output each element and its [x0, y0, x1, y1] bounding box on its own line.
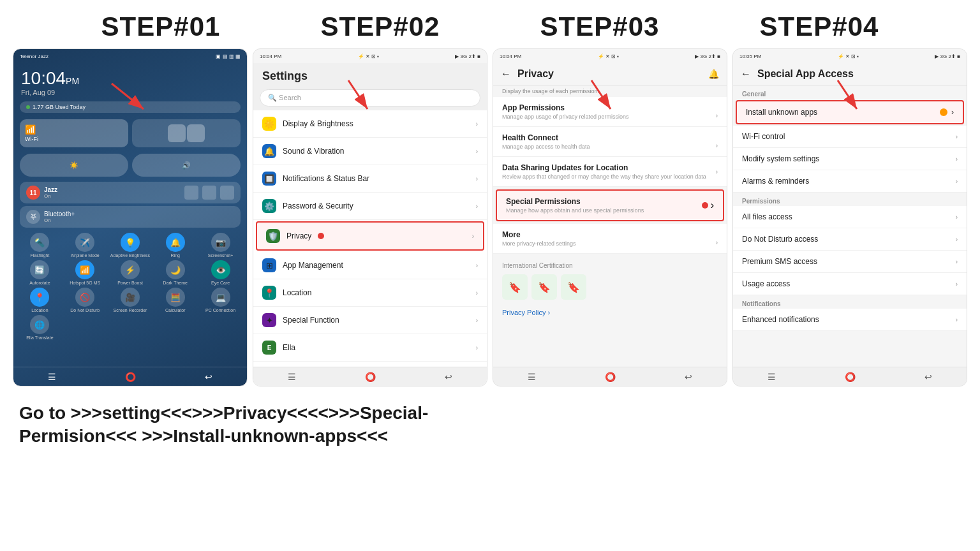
- permissions-section-label: Permissions: [733, 193, 967, 206]
- bell-icon[interactable]: 🔔: [708, 69, 719, 79]
- screen3-status-bar: 10:04 PM ⚡ ✕ ⊡ ▪ ▶ 3G 2⬆ ■: [493, 49, 727, 63]
- autorotate-icon[interactable]: 🔄 Autorotate: [19, 260, 61, 285]
- all-files-item[interactable]: All files access ›: [733, 206, 967, 228]
- notifications-section-label: Notifications: [733, 295, 967, 309]
- location-quick-icon[interactable]: 📍 Location: [19, 288, 61, 312]
- screen3-status-icons: ⚡ ✕ ⊡ ▪: [598, 54, 620, 59]
- hotspot-icon[interactable]: 📶 Hotspot 5G MS: [64, 260, 107, 285]
- bluetooth-row: ⛧ Bluetooth+ On: [20, 206, 241, 228]
- screen4-wrapper: 10:05 PM ⚡ ✕ ⊡ ▪ ▶ 3G 2⬆ ■ ← Special App…: [732, 48, 967, 386]
- usage-access-item[interactable]: Usage access ›: [733, 273, 967, 295]
- install-unknown-apps-label: Install unknown apps: [746, 108, 817, 117]
- privacy-item[interactable]: 🛡️ Privacy ›: [256, 221, 484, 251]
- power-boost-icon[interactable]: ⚡ Power Boost: [109, 260, 152, 285]
- pc-connection-icon[interactable]: 💻 PC Connection: [199, 288, 242, 312]
- special-permissions-item[interactable]: Special Permissions Manage how apps obta…: [496, 189, 724, 221]
- nav3-menu-icon[interactable]: ☰: [528, 372, 536, 382]
- dnd-access-chevron: ›: [956, 236, 958, 243]
- carrier-label: Telenor Jazz: [20, 54, 48, 59]
- modify-system-item[interactable]: Modify system settings ›: [733, 148, 967, 170]
- notifications-item[interactable]: 🔲 Notifications & Status Bar ›: [253, 165, 487, 193]
- brightness-slider[interactable]: ☀️: [20, 154, 128, 177]
- nav2-home-icon[interactable]: ⭕: [365, 372, 376, 382]
- nav-menu-icon[interactable]: ☰: [48, 372, 56, 382]
- time-display: 10:04PM Fri, Aug 09: [13, 63, 247, 99]
- general-section-label: General: [733, 85, 967, 99]
- wifi-control-label: Wi-Fi control: [742, 132, 785, 141]
- ring-icon[interactable]: 🔔 Ring: [154, 233, 197, 258]
- more-privacy-item[interactable]: More More privacy-related settings ›: [493, 224, 727, 254]
- sound-vibration-label: Sound & Vibration: [283, 147, 345, 156]
- alarms-reminders-item[interactable]: Alarms & reminders ›: [733, 170, 967, 193]
- back-arrow-icon[interactable]: ←: [501, 68, 511, 80]
- calculator-icon[interactable]: 🧮 Calculator: [154, 288, 197, 312]
- screen2-status-bar: 10:04 PM ⚡ ✕ ⊡ ▪ ▶ 3G 2⬆ ■: [253, 49, 487, 63]
- chevron-icon8: ›: [476, 317, 478, 324]
- enhanced-notifications-item[interactable]: Enhanced notifications ›: [733, 309, 967, 331]
- chevron-icon3: ›: [476, 175, 478, 182]
- cert-section-label: International Certification: [493, 254, 727, 272]
- ella-translate-icon[interactable]: 🌐 Ella Translate: [19, 315, 61, 340]
- install-unknown-apps-item[interactable]: Install unknown apps ›: [736, 100, 964, 124]
- nav4-back-icon[interactable]: ↩: [924, 372, 932, 382]
- dnd-access-item[interactable]: Do Not Disturb access ›: [733, 228, 967, 251]
- status-icons: ▣ ▤ ▥ ▦: [216, 54, 241, 59]
- screen1-status-bar: Telenor Jazz ▣ ▤ ▥ ▦: [13, 49, 247, 63]
- screen3-network-icons: ▶ 3G 2⬆ ■: [695, 54, 720, 59]
- dnd-access-label: Do Not Disturb access: [742, 235, 818, 244]
- special-function-item[interactable]: ✦ Special Function ›: [253, 307, 487, 334]
- screen4: 10:05 PM ⚡ ✕ ⊡ ▪ ▶ 3G 2⬆ ■ ← Special App…: [732, 48, 967, 386]
- screen1-wrapper: Telenor Jazz ▣ ▤ ▥ ▦ 10:04PM Fri, Aug 09…: [13, 48, 248, 386]
- dnd-icon[interactable]: 🚫 Do Not Disturb: [64, 288, 107, 312]
- flashlight-icon[interactable]: 🔦 Flashlight: [19, 233, 61, 258]
- wifi-control-item[interactable]: Wi-Fi control ›: [733, 126, 967, 148]
- screenshot-icon[interactable]: 📷 Screenshot+: [199, 233, 242, 258]
- app-permissions-item[interactable]: App Permissions Manage app usage of priv…: [493, 97, 727, 127]
- special-back-icon[interactable]: ←: [741, 68, 751, 80]
- data-sharing-item[interactable]: Data Sharing Updates for Location Review…: [493, 157, 727, 187]
- nav-home-icon[interactable]: ⭕: [125, 372, 136, 382]
- wifi-control[interactable]: 📶 Wi-Fi: [20, 119, 128, 147]
- premium-sms-item[interactable]: Premium SMS access ›: [733, 251, 967, 273]
- display-brightness-item[interactable]: ☀️ Display & Brightness ›: [253, 110, 487, 138]
- usage-access-chevron: ›: [956, 281, 958, 288]
- nav3-home-icon[interactable]: ⭕: [605, 372, 616, 382]
- nav-back-icon[interactable]: ↩: [205, 372, 212, 382]
- screen1: Telenor Jazz ▣ ▤ ▥ ▦ 10:04PM Fri, Aug 09…: [13, 48, 248, 386]
- app-management-item[interactable]: ⊞ App Management ›: [253, 252, 487, 279]
- settings-search[interactable]: 🔍 Search: [260, 89, 480, 107]
- install-apps-dot: [940, 108, 947, 116]
- password-security-item[interactable]: ⚙️ Password & Security ›: [253, 193, 487, 220]
- ella-item[interactable]: E Ella ›: [253, 334, 487, 362]
- special-permissions-title: Special Permissions: [506, 197, 644, 206]
- nav4-home-icon[interactable]: ⭕: [845, 372, 856, 382]
- nav2-menu-icon[interactable]: ☰: [288, 372, 296, 382]
- nav3-back-icon[interactable]: ↩: [685, 372, 692, 382]
- special-permissions-subtitle: Manage how apps obtain and use special p…: [506, 207, 644, 214]
- dark-theme-icon[interactable]: 🌙 Dark Theme: [154, 260, 197, 285]
- privacy-policy-link[interactable]: Privacy Policy ›: [493, 305, 727, 320]
- enhanced-notifications-label: Enhanced notifications: [742, 315, 819, 324]
- screen2-time: 10:04 PM: [260, 54, 281, 59]
- nav4-menu-icon[interactable]: ☰: [768, 372, 776, 382]
- eye-care-icon[interactable]: 👁️ Eye Care: [199, 260, 242, 285]
- app-perm-chevron: ›: [716, 112, 718, 119]
- health-chevron: ›: [716, 142, 718, 149]
- screen-recorder-icon[interactable]: 🎥 Screen Recorder: [109, 288, 152, 312]
- volume-slider[interactable]: 🔊: [132, 154, 241, 177]
- airplane-icon[interactable]: ✈️ Airplane Mode: [64, 233, 107, 258]
- app-management-icon: ⊞: [262, 258, 276, 272]
- cert-row: 🔖 🔖 🔖: [493, 272, 727, 305]
- nav2-back-icon[interactable]: ↩: [445, 372, 452, 382]
- sound-vibration-item[interactable]: 🔔 Sound & Vibration ›: [253, 138, 487, 165]
- screen2-network-icons: ▶ 3G 2⬆ ■: [455, 54, 480, 59]
- wifi-control-chevron: ›: [956, 133, 958, 140]
- health-connect-item[interactable]: Health Connect Manage app access to heal…: [493, 127, 727, 157]
- screen4-nav-bar: ☰ ⭕ ↩: [733, 367, 967, 386]
- password-security-label: Password & Security: [283, 202, 353, 210]
- modify-system-chevron: ›: [956, 156, 958, 163]
- adaptive-icon[interactable]: 💡 Adaptive Brightness: [109, 233, 152, 258]
- special-function-icon: ✦: [262, 313, 276, 327]
- location-item[interactable]: 📍 Location ›: [253, 279, 487, 307]
- premium-sms-chevron: ›: [956, 258, 958, 265]
